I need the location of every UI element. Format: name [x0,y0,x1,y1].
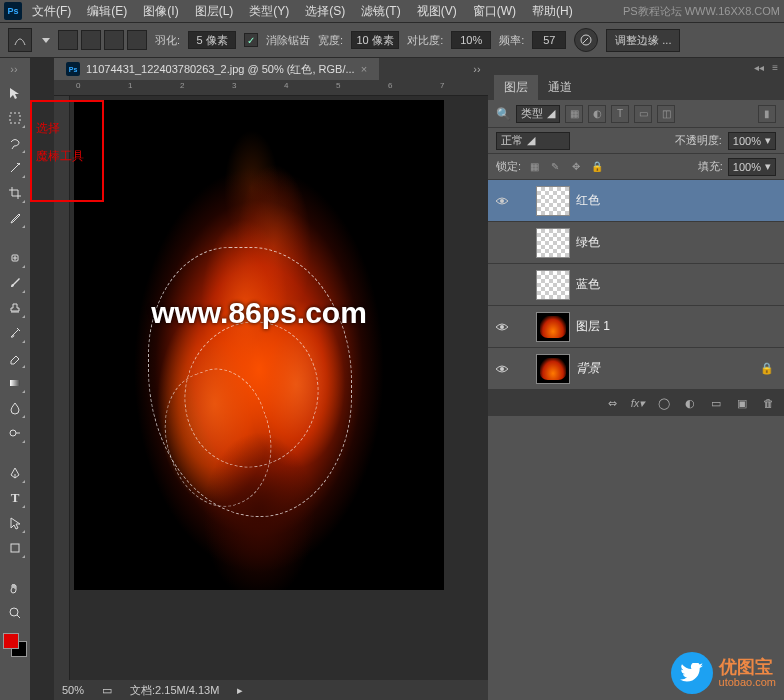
mask-icon[interactable]: ◯ [656,395,672,411]
blur-tool[interactable] [4,397,26,419]
toolbar-step[interactable]: ›› [2,62,26,76]
eye-icon[interactable] [494,235,510,251]
wand-tool[interactable] [4,157,26,179]
freq-input[interactable] [532,31,566,49]
feather-input[interactable] [188,31,236,49]
layer-row[interactable]: 蓝色 [488,264,784,306]
type-tool[interactable]: T [4,487,26,509]
eyedropper-tool[interactable] [4,207,26,229]
status-arrow-icon[interactable]: ▸ [237,684,243,697]
blend-row: 正常◢ 不透明度: 100%▾ [488,128,784,154]
layer-name[interactable]: 红色 [576,192,778,209]
filter-toggle-icon[interactable]: ▮ [758,105,776,123]
layer-row[interactable]: 背景🔒 [488,348,784,390]
layer-thumb[interactable] [536,228,570,258]
menu-file[interactable]: 文件(F) [26,1,77,22]
lasso-tool[interactable] [4,132,26,154]
marquee-tool[interactable] [4,107,26,129]
lock-pos-icon[interactable]: ✥ [568,159,584,174]
menu-edit[interactable]: 编辑(E) [81,1,133,22]
ruler-horizontal[interactable]: 0 1 2 3 4 5 6 7 [54,80,488,96]
refine-edge-button[interactable]: 调整边缘 ... [606,29,680,52]
layer-name[interactable]: 图层 1 [576,318,778,335]
layer-name[interactable]: 绿色 [576,234,778,251]
layer-name[interactable]: 背景 [576,360,754,377]
fg-color[interactable] [3,633,19,649]
antialias-check[interactable]: ✓ [244,33,258,47]
width-input[interactable] [351,31,399,49]
adjust-layer-icon[interactable]: ◐ [682,395,698,411]
menu-help[interactable]: 帮助(H) [526,1,579,22]
hand-tool[interactable] [4,577,26,599]
filter-shape-icon[interactable]: ▭ [634,105,652,123]
opacity-input[interactable]: 100%▾ [728,132,776,150]
contrast-input[interactable] [451,31,491,49]
lock-trans-icon[interactable]: ▦ [526,159,542,174]
history-brush-tool[interactable] [4,322,26,344]
tab-overflow[interactable]: ›› [466,63,488,75]
zoom-nav-icon[interactable]: ▭ [102,684,112,697]
document-tab[interactable]: Ps 11074431_122403780263_2.jpg @ 50% (红色… [54,58,379,80]
stamp-tool[interactable] [4,297,26,319]
eye-icon[interactable] [494,361,510,377]
blend-mode-select[interactable]: 正常◢ [496,132,570,150]
tool-preset-arrow[interactable] [42,38,50,43]
sel-sub-icon[interactable] [104,30,124,50]
menu-type[interactable]: 类型(Y) [243,1,295,22]
menu-filter[interactable]: 滤镜(T) [355,1,406,22]
canvas[interactable]: www.86ps.com [74,100,444,590]
menu-select[interactable]: 选择(S) [299,1,351,22]
layer-row[interactable]: 红色 [488,180,784,222]
pen-tool[interactable] [4,462,26,484]
filter-type-icon[interactable]: T [611,105,629,123]
fill-input[interactable]: 100%▾ [728,158,776,176]
filter-pixel-icon[interactable]: ▦ [565,105,583,123]
sel-int-icon[interactable] [127,30,147,50]
pressure-icon[interactable] [574,28,598,52]
eye-icon[interactable] [494,319,510,335]
zoom-tool[interactable] [4,602,26,624]
filter-kind-select[interactable]: 类型◢ [516,105,560,123]
menu-view[interactable]: 视图(V) [411,1,463,22]
layer-name[interactable]: 蓝色 [576,276,778,293]
close-tab-icon[interactable]: × [361,63,367,75]
layer-thumb[interactable] [536,312,570,342]
gradient-tool[interactable] [4,372,26,394]
trash-icon[interactable]: 🗑 [760,395,776,411]
layer-thumb[interactable] [536,354,570,384]
sel-add-icon[interactable] [81,30,101,50]
shape-tool[interactable] [4,537,26,559]
fx-icon[interactable]: fx▾ [630,395,646,411]
layer-row[interactable]: 绿色 [488,222,784,264]
tab-layers[interactable]: 图层 [494,75,538,100]
menu-layer[interactable]: 图层(L) [189,1,240,22]
color-swatch[interactable] [3,633,27,657]
layer-row[interactable]: 图层 1 [488,306,784,348]
new-layer-icon[interactable]: ▣ [734,395,750,411]
crop-tool[interactable] [4,182,26,204]
heal-tool[interactable] [4,247,26,269]
dodge-tool[interactable] [4,422,26,444]
sel-new-icon[interactable] [58,30,78,50]
layer-thumb[interactable] [536,186,570,216]
eye-icon[interactable] [494,193,510,209]
eye-icon[interactable] [494,277,510,293]
group-icon[interactable]: ▭ [708,395,724,411]
filter-adjust-icon[interactable]: ◐ [588,105,606,123]
eraser-tool[interactable] [4,347,26,369]
tool-preset-icon[interactable] [8,28,32,52]
brush-tool[interactable] [4,272,26,294]
link-layers-icon[interactable]: ⇔ [604,395,620,411]
path-select-tool[interactable] [4,512,26,534]
panel-menu-icon[interactable]: ≡ [772,62,778,73]
layer-thumb[interactable] [536,270,570,300]
move-tool[interactable] [4,82,26,104]
tab-channels[interactable]: 通道 [538,75,582,100]
zoom-value[interactable]: 50% [62,684,84,696]
menu-window[interactable]: 窗口(W) [467,1,522,22]
lock-pixels-icon[interactable]: ✎ [547,159,563,174]
panel-collapse-icon[interactable]: ◂◂ [754,62,764,73]
lock-all-icon[interactable]: 🔒 [589,159,605,174]
filter-smart-icon[interactable]: ◫ [657,105,675,123]
menu-image[interactable]: 图像(I) [137,1,184,22]
